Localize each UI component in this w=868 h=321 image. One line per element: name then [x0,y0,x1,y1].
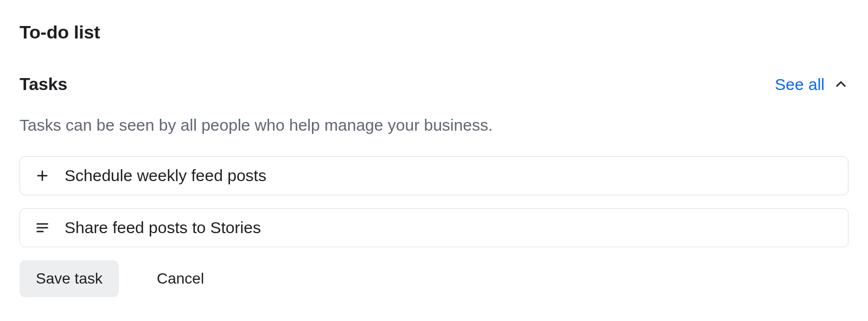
notes-icon [34,220,50,236]
tasks-helper-text: Tasks can be seen by all people who help… [20,116,848,134]
tasks-title: Tasks [20,74,67,94]
chevron-up-icon [833,77,848,92]
task-title-text: Schedule weekly feed posts [65,166,266,185]
task-title-input[interactable]: Schedule weekly feed posts [20,156,848,195]
task-details-text: Share feed posts to Stories [65,219,261,237]
save-task-button[interactable]: Save task [20,260,119,297]
plus-icon [34,168,50,184]
see-all-link[interactable]: See all [775,75,848,94]
task-button-row: Save task Cancel [20,260,848,297]
tasks-section-header: Tasks See all [20,74,848,94]
see-all-label: See all [775,75,825,94]
task-details-input[interactable]: Share feed posts to Stories [20,208,848,247]
cancel-button[interactable]: Cancel [141,260,220,297]
page-title: To-do list [20,22,848,43]
